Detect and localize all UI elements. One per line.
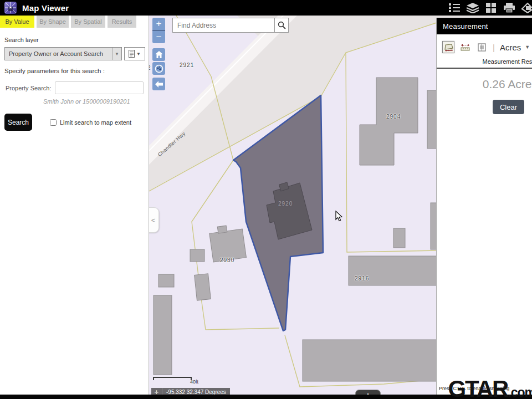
crosshair-icon[interactable]: ✛: [151, 388, 162, 395]
basemap-icon[interactable]: [484, 2, 498, 14]
zoom-out-button[interactable]: −: [152, 30, 165, 43]
layer-info-button[interactable]: ▼: [124, 47, 145, 60]
clear-button[interactable]: Clear: [493, 100, 524, 114]
parcel-label-2921: 2921: [180, 62, 194, 68]
parcel-label-2916: 2916: [355, 275, 369, 282]
measure-icon[interactable]: [521, 2, 532, 14]
find-address-input[interactable]: [172, 18, 274, 33]
unit-dropdown-value: Acres: [500, 43, 521, 52]
layer-select[interactable]: Property Owner or Account Search ▼: [4, 47, 122, 60]
tab-by-spatial[interactable]: By Spatial: [71, 16, 105, 28]
search-button[interactable]: Search: [4, 114, 32, 131]
search-icon: [278, 21, 286, 29]
scale-bar-label: 40ft: [190, 379, 198, 385]
tab-results[interactable]: Results: [108, 16, 136, 28]
search-layer-label: Search layer: [4, 37, 148, 43]
globe-icon: [155, 64, 163, 73]
toolbar-divider: |: [493, 43, 495, 52]
property-search-input[interactable]: [55, 81, 144, 94]
area-icon: [444, 43, 453, 52]
measure-distance-button[interactable]: [459, 41, 471, 53]
layer-info-caret-icon: ▼: [136, 52, 141, 57]
measurement-result-value: 0.26 Acres: [437, 78, 532, 91]
search-sidebar: By Value By Shape By Spatial Results Sea…: [0, 16, 149, 395]
watermark-brand: GTAR: [448, 376, 508, 399]
measure-area-button[interactable]: [442, 41, 454, 53]
app-logo-icon: [4, 2, 17, 14]
property-search-hint: Smith John or 15000009190201: [43, 98, 148, 105]
document-icon: [129, 50, 135, 58]
app-header: Map Viewer: [0, 0, 532, 16]
limit-extent-label: Limit search to map extent: [60, 119, 131, 126]
parcel-label-2930: 2930: [220, 257, 234, 263]
chevron-left-icon: <: [151, 216, 156, 224]
watermark: GTAR.com: [448, 376, 532, 399]
unit-dropdown[interactable]: Acres ▼: [500, 43, 530, 52]
measure-location-button[interactable]: [475, 41, 488, 53]
coordinate-widget: ✛ -95.332 32.347 Degrees: [151, 388, 230, 395]
tab-by-shape[interactable]: By Shape: [37, 16, 69, 28]
parcel-label-2904: 2904: [386, 114, 401, 120]
previous-extent-button[interactable]: [152, 78, 165, 90]
coordinate-readout: -95.332 32.347 Degrees: [162, 388, 230, 395]
tab-by-value[interactable]: By Value: [0, 16, 34, 28]
property-search-label: Property Search:: [6, 85, 52, 91]
measurement-result-label: Measurement Result: [437, 58, 532, 65]
home-extent-button[interactable]: [152, 48, 165, 61]
back-arrow-icon: [155, 81, 163, 88]
attribute-table-toggle[interactable]: ▲: [355, 390, 381, 395]
layer-select-caret-icon: ▼: [112, 48, 121, 60]
app-title: Map Viewer: [22, 3, 69, 13]
measurement-divider: [437, 68, 532, 69]
specify-parameters-label: Specify parameters for this search :: [4, 68, 148, 74]
measurement-panel-title: Measurement: [437, 18, 532, 34]
layers-icon[interactable]: [466, 2, 479, 14]
location-icon: [478, 43, 486, 52]
layer-select-value: Property Owner or Account Search: [5, 50, 112, 57]
measurement-panel: Measurement: [436, 18, 532, 395]
parcel-label-partial: 2: [149, 65, 151, 71]
zoom-in-button[interactable]: +: [152, 18, 165, 30]
search-tabs: By Value By Shape By Spatial Results: [0, 16, 148, 28]
sidebar-collapse-button[interactable]: <: [149, 207, 159, 233]
find-address-search-button[interactable]: [274, 18, 289, 33]
limit-extent-checkbox[interactable]: [50, 119, 57, 126]
legend-icon[interactable]: [448, 2, 461, 14]
home-icon: [155, 51, 163, 58]
scale-bar: [153, 377, 192, 380]
print-icon[interactable]: [503, 2, 516, 14]
locate-button[interactable]: [152, 62, 165, 75]
parcel-label-2920: 2920: [278, 201, 293, 207]
chevron-down-icon: ▼: [525, 44, 530, 50]
distance-icon: [461, 43, 470, 51]
watermark-suffix: .com: [508, 385, 532, 399]
mouse-cursor: [335, 211, 343, 222]
